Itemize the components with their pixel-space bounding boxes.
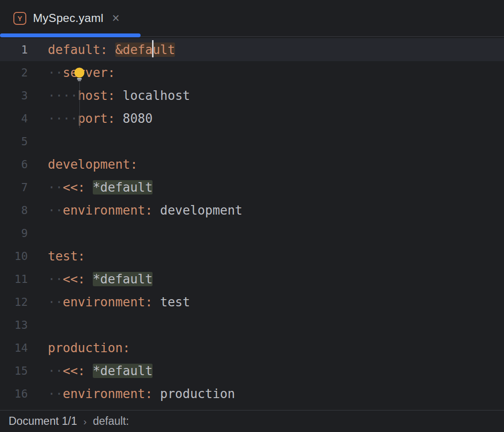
- code-line-content: production:: [48, 336, 504, 359]
- code-token: ····: [48, 88, 78, 103]
- line-number: 4: [0, 107, 48, 130]
- code-line-content: development:: [48, 153, 504, 176]
- code-line[interactable]: 1default: &default: [0, 38, 504, 61]
- code-token: test: [153, 295, 190, 309]
- code-line[interactable]: 8··environment: development: [0, 199, 504, 222]
- tab-title: MySpec.yaml: [33, 11, 103, 25]
- code-token: development: [153, 203, 242, 217]
- line-number: 9: [0, 222, 48, 245]
- code-line-content: ····host: localhost: [48, 84, 504, 107]
- code-line-content: ··<<: *default: [48, 359, 504, 382]
- yaml-file-icon: Y: [13, 12, 26, 25]
- code-token: <<:: [63, 272, 85, 286]
- line-number: 2: [0, 61, 48, 84]
- code-line-content: ··server:: [48, 61, 504, 84]
- code-token: &defa: [115, 43, 153, 57]
- line-number: 5: [0, 130, 48, 153]
- code-token: *default: [93, 364, 153, 378]
- breadcrumb-node[interactable]: default:: [93, 415, 129, 428]
- code-line-content: ····port: 8080: [48, 107, 504, 130]
- code-line[interactable]: 6development:: [0, 153, 504, 176]
- code-token: host:: [78, 88, 115, 103]
- code-line-content: ··<<: *default: [48, 176, 504, 199]
- breadcrumb-bar: Document 1/1 › default:: [0, 410, 504, 432]
- code-token: ··: [48, 65, 63, 80]
- code-token: [85, 180, 93, 194]
- code-token: ··: [48, 387, 63, 401]
- code-token: ··: [48, 272, 63, 286]
- code-line[interactable]: 9: [0, 222, 504, 245]
- code-line[interactable]: 4····port: 8080: [0, 107, 504, 130]
- line-number: 8: [0, 199, 48, 222]
- code-token: development:: [48, 157, 138, 172]
- code-token: [85, 364, 93, 378]
- yaml-file-icon-letter: Y: [17, 14, 22, 22]
- code-line-content: default: &default: [48, 38, 504, 61]
- code-editor[interactable]: 1default: &default2··server:3····host: l…: [0, 37, 504, 410]
- code-line[interactable]: 16··environment: production: [0, 382, 504, 405]
- code-line-content: test:: [48, 245, 504, 268]
- code-token: [85, 272, 93, 286]
- code-line[interactable]: 14production:: [0, 336, 504, 359]
- tab-myspec-yaml[interactable]: Y MySpec.yaml ×: [0, 0, 131, 36]
- line-number: 15: [0, 359, 48, 382]
- code-token: environment:: [63, 387, 153, 401]
- code-line[interactable]: 11··<<: *default: [0, 268, 504, 291]
- tab-close-icon[interactable]: ×: [112, 12, 120, 25]
- code-token: 8080: [115, 111, 153, 126]
- breadcrumb-document[interactable]: Document 1/1: [9, 415, 77, 428]
- code-line[interactable]: 15··<<: *default: [0, 359, 504, 382]
- code-line-content: [48, 222, 504, 245]
- code-token: ··: [48, 295, 63, 309]
- code-token: default:: [48, 43, 108, 57]
- line-number: 14: [0, 336, 48, 359]
- line-number: 1: [0, 38, 48, 61]
- code-line[interactable]: 12··environment: test: [0, 291, 504, 313]
- code-line-content: [48, 130, 504, 153]
- code-token: test:: [48, 249, 85, 263]
- code-token: ····: [48, 111, 78, 126]
- code-line-content: ··environment: development: [48, 199, 504, 222]
- line-number: 10: [0, 245, 48, 268]
- chevron-right-icon: ›: [83, 416, 87, 427]
- code-line-content: ··<<: *default: [48, 268, 504, 291]
- line-number: 7: [0, 176, 48, 199]
- code-token: ··: [48, 203, 63, 217]
- code-token: [108, 43, 115, 57]
- code-token: environment:: [63, 295, 153, 309]
- indent-guide: [79, 82, 80, 128]
- code-token: <<:: [63, 180, 85, 194]
- code-line[interactable]: 3····host: localhost: [0, 84, 504, 107]
- line-number: 3: [0, 84, 48, 107]
- code-token: localhost: [115, 88, 190, 103]
- line-number: 12: [0, 291, 48, 313]
- code-token: production: [153, 387, 235, 401]
- ide-window: Y MySpec.yaml × 1default: &default2··ser…: [0, 0, 504, 432]
- code-token: server:: [63, 65, 115, 80]
- code-line-content: ··environment: production: [48, 382, 504, 405]
- code-token: <<:: [63, 364, 85, 378]
- code-token: ult: [153, 43, 175, 57]
- code-line[interactable]: 5: [0, 130, 504, 153]
- intention-bulb-icon[interactable]: [73, 67, 86, 81]
- code-token: production:: [48, 341, 130, 355]
- line-number: 6: [0, 153, 48, 176]
- code-token: ··: [48, 180, 63, 194]
- code-line[interactable]: 10test:: [0, 245, 504, 268]
- code-token: environment:: [63, 203, 153, 217]
- editor-tab-bar: Y MySpec.yaml ×: [0, 0, 504, 37]
- code-line-content: ··environment: test: [48, 291, 504, 313]
- code-token: ··: [48, 364, 63, 378]
- line-number: 11: [0, 268, 48, 291]
- code-token: *default: [93, 272, 153, 286]
- line-number: 13: [0, 313, 48, 336]
- line-number: 16: [0, 382, 48, 405]
- code-line[interactable]: 7··<<: *default: [0, 176, 504, 199]
- code-line-content: [48, 313, 504, 336]
- code-token: port:: [78, 111, 115, 126]
- code-line[interactable]: 13: [0, 313, 504, 336]
- code-token: *default: [93, 180, 153, 194]
